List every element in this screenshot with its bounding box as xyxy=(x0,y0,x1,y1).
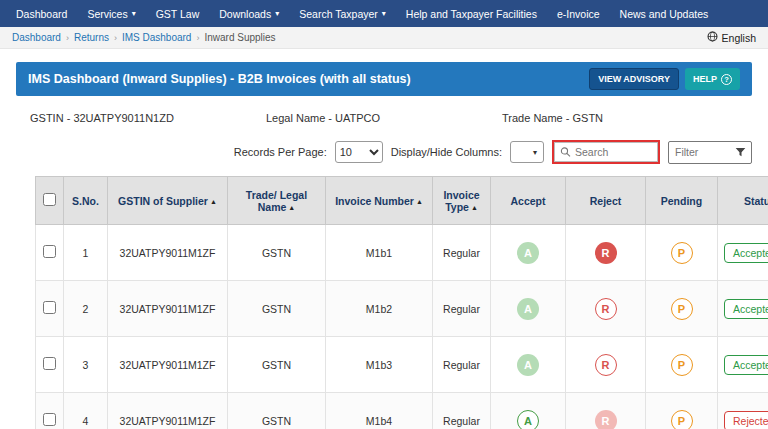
sort-asc-icon: ▲ xyxy=(416,198,423,205)
nav-item-help-taxpayer-facilities[interactable]: Help and Taxpayer Facilities xyxy=(396,0,547,27)
nav-item-e-invoice[interactable]: e-Invoice xyxy=(547,0,610,27)
header-accept: Accept xyxy=(491,177,566,225)
trade-name-value: Trade Name - GSTN xyxy=(502,112,738,124)
cell-invoice-number: M1b4 xyxy=(326,393,433,429)
display-hide-columns-label: Display/Hide Columns: xyxy=(391,146,502,158)
cell-gstin: 32UATPY9011M1ZF xyxy=(108,393,228,429)
status-badge: Accepted xyxy=(724,243,768,263)
page-title: IMS Dashboard (Inward Supplies) - B2B In… xyxy=(28,72,411,86)
header-gstin-of-supplier[interactable]: GSTIN of Supplier▲ xyxy=(108,177,228,225)
cell-sno: 3 xyxy=(64,337,108,393)
breadcrumb-ims-dashboard[interactable]: IMS Dashboard xyxy=(122,32,191,43)
chevron-down-icon: ▾ xyxy=(382,9,386,18)
cell-gstin: 32UATPY9011M1ZF xyxy=(108,225,228,281)
row-checkbox[interactable] xyxy=(43,245,56,258)
breadcrumb-bar: Dashboard › Returns › IMS Dashboard › In… xyxy=(0,27,768,49)
accept-action-icon[interactable]: A xyxy=(517,410,539,429)
header-invoice-number[interactable]: Invoice Number▲ xyxy=(326,177,433,225)
header-invoice-type[interactable]: Invoice Type▲ xyxy=(433,177,491,225)
table-row: 3 32UATPY9011M1ZF GSTN M1b3 Regular A R … xyxy=(36,337,768,393)
records-per-page-label: Records Per Page: xyxy=(234,146,327,158)
cell-invoice-number: M1b3 xyxy=(326,337,433,393)
nav-item-search-taxpayer[interactable]: Search Taxpayer▾ xyxy=(289,0,396,27)
accept-action-icon[interactable]: A xyxy=(517,298,539,320)
header-status: Status xyxy=(718,177,768,225)
reject-action-icon[interactable]: R xyxy=(595,354,617,376)
cell-trade-legal: GSTN xyxy=(228,225,326,281)
gstin-value: GSTIN - 32UATPY9011N1ZD xyxy=(30,112,266,124)
records-per-page-select[interactable]: 10 xyxy=(335,141,383,163)
display-hide-columns-dropdown[interactable]: ▾ xyxy=(510,141,544,163)
cell-trade-legal: GSTN xyxy=(228,337,326,393)
help-button[interactable]: HELP ? xyxy=(685,68,740,90)
breadcrumb: Dashboard › Returns › IMS Dashboard › In… xyxy=(12,32,276,43)
header-select-all-cell xyxy=(36,177,64,225)
reject-action-icon[interactable]: R xyxy=(595,242,617,264)
invoices-table: S.No. GSTIN of Supplier▲ Trade/ Legal Na… xyxy=(35,176,768,429)
header-sno: S.No. xyxy=(64,177,108,225)
view-advisory-button[interactable]: VIEW ADVISORY xyxy=(589,68,679,90)
globe-icon xyxy=(707,31,718,44)
cell-sno: 4 xyxy=(64,393,108,429)
page-title-bar: IMS Dashboard (Inward Supplies) - B2B In… xyxy=(16,62,752,96)
header-trade-legal-name[interactable]: Trade/ Legal Name▲ xyxy=(228,177,326,225)
cell-invoice-type: Regular xyxy=(433,225,491,281)
cell-sno: 1 xyxy=(64,225,108,281)
search-highlight-box xyxy=(552,140,660,164)
chevron-down-icon: ▾ xyxy=(533,148,537,157)
table-header-row: S.No. GSTIN of Supplier▲ Trade/ Legal Na… xyxy=(36,177,768,225)
cell-trade-legal: GSTN xyxy=(228,393,326,429)
cell-gstin: 32UATPY9011M1ZF xyxy=(108,337,228,393)
language-selector[interactable]: English xyxy=(707,31,756,44)
question-icon: ? xyxy=(721,74,732,85)
chevron-down-icon: ▾ xyxy=(275,9,279,18)
pending-action-icon[interactable]: P xyxy=(671,410,693,429)
sort-asc-icon: ▲ xyxy=(210,198,217,205)
language-label: English xyxy=(722,32,756,44)
breadcrumb-separator: › xyxy=(66,33,69,43)
pending-action-icon[interactable]: P xyxy=(671,242,693,264)
nav-item-gst-law[interactable]: GST Law xyxy=(146,0,210,27)
reject-action-icon[interactable]: R xyxy=(595,298,617,320)
accept-action-icon[interactable]: A xyxy=(517,354,539,376)
table-controls: Records Per Page: 10 Display/Hide Column… xyxy=(16,136,752,176)
cell-invoice-type: Regular xyxy=(433,393,491,429)
sort-asc-icon: ▲ xyxy=(288,204,295,211)
pending-action-icon[interactable]: P xyxy=(671,354,693,376)
header-reject: Reject xyxy=(566,177,646,225)
table-row: 2 32UATPY9011M1ZF GSTN M1b2 Regular A R … xyxy=(36,281,768,337)
cell-invoice-type: Regular xyxy=(433,337,491,393)
top-navigation: Dashboard Services▾ GST Law Downloads▾ S… xyxy=(0,0,768,27)
cell-invoice-number: M1b1 xyxy=(326,225,433,281)
row-checkbox[interactable] xyxy=(43,301,56,314)
status-badge: Rejected xyxy=(724,411,768,429)
nav-item-services[interactable]: Services▾ xyxy=(77,0,145,27)
cell-invoice-number: M1b2 xyxy=(326,281,433,337)
cell-sno: 2 xyxy=(64,281,108,337)
nav-item-downloads[interactable]: Downloads▾ xyxy=(209,0,289,27)
cell-gstin: 32UATPY9011M1ZF xyxy=(108,281,228,337)
row-checkbox[interactable] xyxy=(43,413,56,426)
pending-action-icon[interactable]: P xyxy=(671,298,693,320)
cell-invoice-type: Regular xyxy=(433,281,491,337)
breadcrumb-separator: › xyxy=(196,33,199,43)
main-content: IMS Dashboard (Inward Supplies) - B2B In… xyxy=(0,49,768,429)
status-badge: Accepted xyxy=(724,355,768,375)
breadcrumb-returns[interactable]: Returns xyxy=(74,32,109,43)
filter-box xyxy=(668,141,752,164)
breadcrumb-dashboard[interactable]: Dashboard xyxy=(12,32,61,43)
chevron-down-icon: ▾ xyxy=(132,9,136,18)
invoices-table-wrap: S.No. GSTIN of Supplier▲ Trade/ Legal Na… xyxy=(35,176,768,429)
table-row: 4 32UATPY9011M1ZF GSTN M1b4 Regular A R … xyxy=(36,393,768,429)
taxpayer-info-row: GSTIN - 32UATPY9011N1ZD Legal Name - UAT… xyxy=(16,96,752,136)
nav-item-news-updates[interactable]: News and Updates xyxy=(610,0,719,27)
reject-action-icon[interactable]: R xyxy=(595,410,617,429)
table-row: 1 32UATPY9011M1ZF GSTN M1b1 Regular A R … xyxy=(36,225,768,281)
breadcrumb-separator: › xyxy=(114,33,117,43)
search-icon xyxy=(560,147,571,158)
legal-name-value: Legal Name - UATPCO xyxy=(266,112,502,124)
select-all-checkbox[interactable] xyxy=(43,193,56,206)
row-checkbox[interactable] xyxy=(43,357,56,370)
nav-item-dashboard[interactable]: Dashboard xyxy=(6,0,77,27)
accept-action-icon[interactable]: A xyxy=(517,242,539,264)
